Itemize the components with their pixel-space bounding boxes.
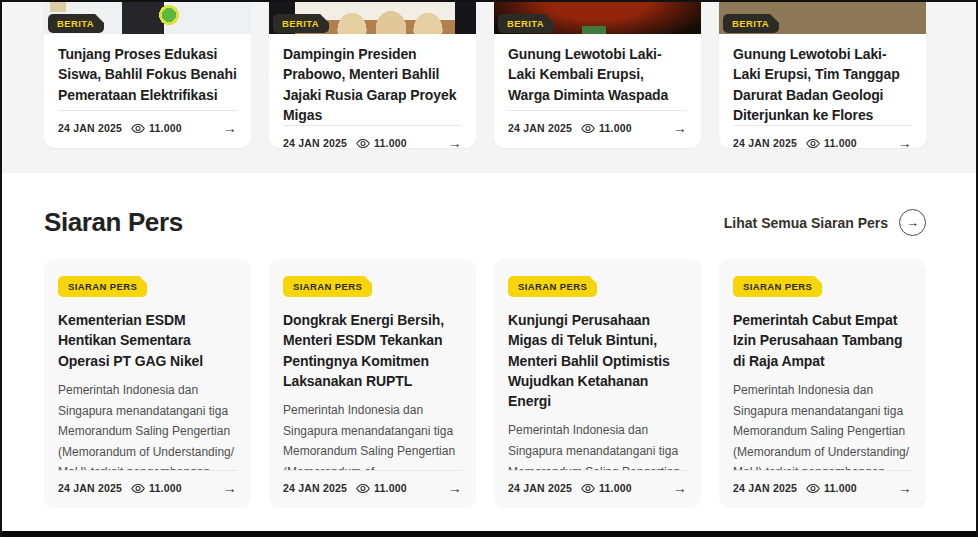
press-views: 11.000 [131, 482, 182, 494]
press-card-footer: 24 JAN 2025 11.000 → [58, 470, 237, 508]
press-cards-row: SIARAN PERS Kementerian ESDM Hentikan Se… [44, 259, 934, 508]
news-category-badge: BERITA [723, 14, 779, 33]
page-frame: BERITA Tunjang Proses Edukasi Siswa, Bah… [0, 0, 978, 537]
news-thumbnail-image: BERITA [719, 2, 926, 34]
views-eye-icon [581, 123, 595, 134]
news-date: 24 JAN 2025 [283, 137, 347, 148]
press-views: 11.000 [806, 482, 857, 494]
press-excerpt: Pemerintah Indonesia dan Singapura menan… [733, 380, 912, 470]
views-count: 11.000 [374, 137, 407, 148]
see-all-press-link[interactable]: Lihat Semua Siaran Pers → [724, 209, 926, 236]
news-title: Tunjang Proses Edukasi Siswa, Bahlil Fok… [44, 34, 251, 105]
see-all-label: Lihat Semua Siaran Pers [724, 215, 888, 231]
press-card-footer: 24 JAN 2025 11.000 → [733, 470, 912, 508]
views-count: 11.000 [599, 482, 632, 494]
arrow-right-icon[interactable]: → [223, 480, 237, 496]
news-card[interactable]: BERITA Dampingin Presiden Prabowo, Mente… [269, 2, 476, 148]
press-excerpt: Pemerintah Indonesia dan Singapura menan… [58, 380, 237, 470]
press-date: 24 JAN 2025 [58, 482, 122, 494]
views-eye-icon [356, 138, 370, 148]
press-section-header: Siaran Pers Lihat Semua Siaran Pers → [44, 207, 926, 238]
views-eye-icon [131, 123, 145, 134]
press-title: Dongkrak Energi Bersih, Menteri ESDM Tek… [283, 310, 462, 391]
arrow-right-icon[interactable]: → [898, 480, 912, 496]
news-card[interactable]: BERITA Tunjang Proses Edukasi Siswa, Bah… [44, 2, 251, 148]
news-thumbnail-image: BERITA [494, 2, 701, 34]
press-title: Kunjungi Perusahaan Migas di Teluk Bintu… [508, 310, 687, 411]
press-release-section: Siaran Pers Lihat Semua Siaran Pers → SI… [2, 173, 976, 531]
press-card[interactable]: SIARAN PERS Dongkrak Energi Bersih, Ment… [269, 259, 476, 508]
views-count: 11.000 [599, 122, 632, 134]
news-date: 24 JAN 2025 [733, 137, 797, 148]
arrow-right-icon[interactable]: → [448, 480, 462, 496]
press-category-badge: SIARAN PERS [58, 276, 147, 297]
press-excerpt: Pemerintah Indonesia dan Singapura menan… [283, 400, 462, 470]
news-title: Gunung Lewotobi Laki-Laki Erupsi, Tim Ta… [719, 34, 926, 125]
news-category-badge: BERITA [273, 14, 329, 33]
section-title: Siaran Pers [44, 207, 183, 238]
footer-top-edge [2, 531, 976, 537]
press-views: 11.000 [581, 482, 632, 494]
views-count: 11.000 [374, 482, 407, 494]
news-title: Dampingin Presiden Prabowo, Menteri Bahl… [269, 34, 476, 125]
news-section: BERITA Tunjang Proses Edukasi Siswa, Bah… [2, 2, 976, 173]
arrow-right-icon[interactable]: → [673, 120, 687, 136]
news-card-footer: 24 JAN 2025 11.000 → [508, 110, 687, 148]
views-count: 11.000 [149, 122, 182, 134]
press-title: Kementerian ESDM Hentikan Sementara Oper… [58, 310, 237, 371]
views-eye-icon [131, 483, 145, 494]
circle-arrow-right-icon[interactable]: → [899, 209, 926, 236]
press-excerpt: Pemerintah Indonesia dan Singapura menan… [508, 420, 687, 470]
news-card-footer: 24 JAN 2025 11.000 → [283, 125, 462, 148]
news-card-footer: 24 JAN 2025 11.000 → [58, 110, 237, 148]
views-eye-icon [806, 483, 820, 494]
views-count: 11.000 [824, 482, 857, 494]
press-views: 11.000 [356, 482, 407, 494]
press-card-footer: 24 JAN 2025 11.000 → [508, 470, 687, 508]
news-date: 24 JAN 2025 [508, 122, 572, 134]
arrow-right-icon[interactable]: → [448, 135, 462, 148]
views-eye-icon [356, 483, 370, 494]
views-count: 11.000 [149, 482, 182, 494]
news-views: 11.000 [131, 122, 182, 134]
news-views: 11.000 [806, 137, 857, 148]
arrow-right-icon[interactable]: → [673, 480, 687, 496]
press-card-footer: 24 JAN 2025 11.000 → [283, 470, 462, 508]
press-date: 24 JAN 2025 [733, 482, 797, 494]
press-category-badge: SIARAN PERS [283, 276, 372, 297]
news-card[interactable]: BERITA Gunung Lewotobi Laki-Laki Erupsi,… [719, 2, 926, 148]
views-eye-icon [581, 483, 595, 494]
press-category-badge: SIARAN PERS [508, 276, 597, 297]
news-category-badge: BERITA [48, 14, 104, 33]
press-date: 24 JAN 2025 [283, 482, 347, 494]
views-eye-icon [806, 138, 820, 148]
press-title: Pemerintah Cabut Empat Izin Perusahaan T… [733, 310, 912, 371]
press-date: 24 JAN 2025 [508, 482, 572, 494]
news-date: 24 JAN 2025 [58, 122, 122, 134]
news-title: Gunung Lewotobi Laki-Laki Kembali Erupsi… [494, 34, 701, 105]
news-views: 11.000 [581, 122, 632, 134]
news-cards-row: BERITA Tunjang Proses Edukasi Siswa, Bah… [44, 2, 976, 148]
arrow-right-icon[interactable]: → [898, 135, 912, 148]
news-card[interactable]: BERITA Gunung Lewotobi Laki-Laki Kembali… [494, 2, 701, 148]
views-count: 11.000 [824, 137, 857, 148]
news-thumbnail-image: BERITA [44, 2, 251, 34]
press-card[interactable]: SIARAN PERS Kementerian ESDM Hentikan Se… [44, 259, 251, 508]
press-category-badge: SIARAN PERS [733, 276, 822, 297]
news-thumbnail-image: BERITA [269, 2, 476, 34]
news-category-badge: BERITA [498, 14, 554, 33]
news-views: 11.000 [356, 137, 407, 148]
press-card[interactable]: SIARAN PERS Kunjungi Perusahaan Migas di… [494, 259, 701, 508]
arrow-right-icon[interactable]: → [223, 120, 237, 136]
press-card[interactable]: SIARAN PERS Pemerintah Cabut Empat Izin … [719, 259, 926, 508]
news-card-footer: 24 JAN 2025 11.000 → [733, 125, 912, 148]
